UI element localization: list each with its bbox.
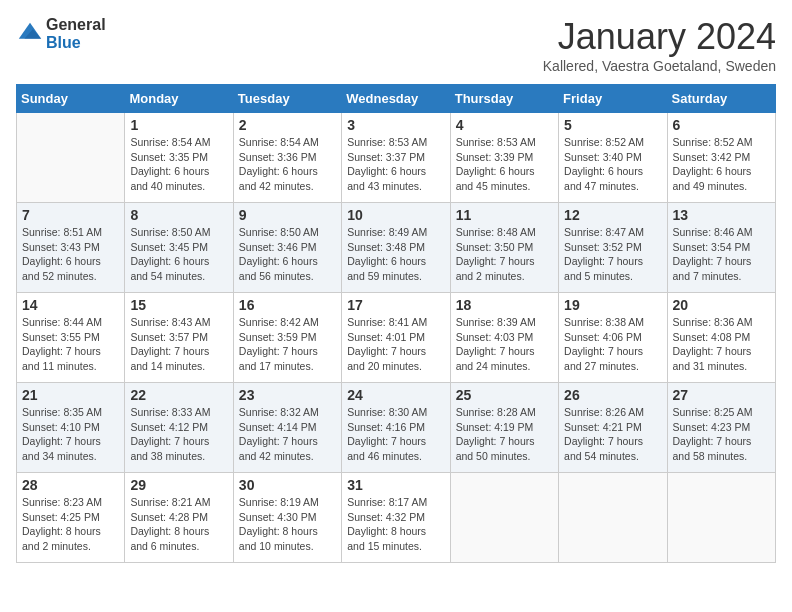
calendar-cell: 31Sunrise: 8:17 AM Sunset: 4:32 PM Dayli…	[342, 473, 450, 563]
calendar-cell: 28Sunrise: 8:23 AM Sunset: 4:25 PM Dayli…	[17, 473, 125, 563]
column-header-friday: Friday	[559, 85, 667, 113]
day-info: Sunrise: 8:33 AM Sunset: 4:12 PM Dayligh…	[130, 405, 227, 464]
day-info: Sunrise: 8:47 AM Sunset: 3:52 PM Dayligh…	[564, 225, 661, 284]
day-info: Sunrise: 8:23 AM Sunset: 4:25 PM Dayligh…	[22, 495, 119, 554]
day-info: Sunrise: 8:50 AM Sunset: 3:46 PM Dayligh…	[239, 225, 336, 284]
calendar-cell: 15Sunrise: 8:43 AM Sunset: 3:57 PM Dayli…	[125, 293, 233, 383]
column-header-saturday: Saturday	[667, 85, 775, 113]
calendar-cell: 14Sunrise: 8:44 AM Sunset: 3:55 PM Dayli…	[17, 293, 125, 383]
day-info: Sunrise: 8:54 AM Sunset: 3:35 PM Dayligh…	[130, 135, 227, 194]
day-info: Sunrise: 8:42 AM Sunset: 3:59 PM Dayligh…	[239, 315, 336, 374]
calendar-cell: 21Sunrise: 8:35 AM Sunset: 4:10 PM Dayli…	[17, 383, 125, 473]
day-info: Sunrise: 8:35 AM Sunset: 4:10 PM Dayligh…	[22, 405, 119, 464]
week-row-1: 1Sunrise: 8:54 AM Sunset: 3:35 PM Daylig…	[17, 113, 776, 203]
day-number: 2	[239, 117, 336, 133]
day-info: Sunrise: 8:39 AM Sunset: 4:03 PM Dayligh…	[456, 315, 553, 374]
day-number: 23	[239, 387, 336, 403]
calendar-cell: 16Sunrise: 8:42 AM Sunset: 3:59 PM Dayli…	[233, 293, 341, 383]
calendar-cell: 1Sunrise: 8:54 AM Sunset: 3:35 PM Daylig…	[125, 113, 233, 203]
calendar-cell: 24Sunrise: 8:30 AM Sunset: 4:16 PM Dayli…	[342, 383, 450, 473]
calendar-cell: 12Sunrise: 8:47 AM Sunset: 3:52 PM Dayli…	[559, 203, 667, 293]
day-info: Sunrise: 8:17 AM Sunset: 4:32 PM Dayligh…	[347, 495, 444, 554]
day-number: 22	[130, 387, 227, 403]
day-info: Sunrise: 8:36 AM Sunset: 4:08 PM Dayligh…	[673, 315, 770, 374]
calendar-cell: 5Sunrise: 8:52 AM Sunset: 3:40 PM Daylig…	[559, 113, 667, 203]
column-header-wednesday: Wednesday	[342, 85, 450, 113]
calendar-cell: 27Sunrise: 8:25 AM Sunset: 4:23 PM Dayli…	[667, 383, 775, 473]
week-row-5: 28Sunrise: 8:23 AM Sunset: 4:25 PM Dayli…	[17, 473, 776, 563]
day-number: 4	[456, 117, 553, 133]
day-info: Sunrise: 8:50 AM Sunset: 3:45 PM Dayligh…	[130, 225, 227, 284]
calendar-cell: 18Sunrise: 8:39 AM Sunset: 4:03 PM Dayli…	[450, 293, 558, 383]
calendar-cell	[667, 473, 775, 563]
logo-general-text: General	[46, 16, 106, 34]
logo-icon	[16, 20, 44, 48]
day-number: 14	[22, 297, 119, 313]
day-number: 19	[564, 297, 661, 313]
day-number: 29	[130, 477, 227, 493]
calendar-cell: 22Sunrise: 8:33 AM Sunset: 4:12 PM Dayli…	[125, 383, 233, 473]
day-info: Sunrise: 8:21 AM Sunset: 4:28 PM Dayligh…	[130, 495, 227, 554]
calendar-cell	[450, 473, 558, 563]
calendar-cell: 8Sunrise: 8:50 AM Sunset: 3:45 PM Daylig…	[125, 203, 233, 293]
day-info: Sunrise: 8:46 AM Sunset: 3:54 PM Dayligh…	[673, 225, 770, 284]
day-info: Sunrise: 8:49 AM Sunset: 3:48 PM Dayligh…	[347, 225, 444, 284]
day-info: Sunrise: 8:48 AM Sunset: 3:50 PM Dayligh…	[456, 225, 553, 284]
day-info: Sunrise: 8:41 AM Sunset: 4:01 PM Dayligh…	[347, 315, 444, 374]
calendar-cell: 17Sunrise: 8:41 AM Sunset: 4:01 PM Dayli…	[342, 293, 450, 383]
calendar-cell: 20Sunrise: 8:36 AM Sunset: 4:08 PM Dayli…	[667, 293, 775, 383]
title-block: January 2024 Kallered, Vaestra Goetaland…	[543, 16, 776, 74]
day-info: Sunrise: 8:25 AM Sunset: 4:23 PM Dayligh…	[673, 405, 770, 464]
day-info: Sunrise: 8:52 AM Sunset: 3:42 PM Dayligh…	[673, 135, 770, 194]
week-row-2: 7Sunrise: 8:51 AM Sunset: 3:43 PM Daylig…	[17, 203, 776, 293]
day-number: 11	[456, 207, 553, 223]
day-number: 12	[564, 207, 661, 223]
column-header-monday: Monday	[125, 85, 233, 113]
calendar-cell: 19Sunrise: 8:38 AM Sunset: 4:06 PM Dayli…	[559, 293, 667, 383]
day-number: 28	[22, 477, 119, 493]
calendar-cell: 30Sunrise: 8:19 AM Sunset: 4:30 PM Dayli…	[233, 473, 341, 563]
day-number: 16	[239, 297, 336, 313]
day-info: Sunrise: 8:54 AM Sunset: 3:36 PM Dayligh…	[239, 135, 336, 194]
week-row-4: 21Sunrise: 8:35 AM Sunset: 4:10 PM Dayli…	[17, 383, 776, 473]
logo-blue-text: Blue	[46, 34, 106, 52]
logo: General Blue	[16, 16, 106, 51]
day-number: 1	[130, 117, 227, 133]
calendar-cell: 2Sunrise: 8:54 AM Sunset: 3:36 PM Daylig…	[233, 113, 341, 203]
calendar-table: SundayMondayTuesdayWednesdayThursdayFrid…	[16, 84, 776, 563]
calendar-cell: 26Sunrise: 8:26 AM Sunset: 4:21 PM Dayli…	[559, 383, 667, 473]
day-number: 30	[239, 477, 336, 493]
column-header-tuesday: Tuesday	[233, 85, 341, 113]
calendar-header-row: SundayMondayTuesdayWednesdayThursdayFrid…	[17, 85, 776, 113]
calendar-cell: 29Sunrise: 8:21 AM Sunset: 4:28 PM Dayli…	[125, 473, 233, 563]
page-header: General Blue January 2024 Kallered, Vaes…	[16, 16, 776, 74]
calendar-cell: 23Sunrise: 8:32 AM Sunset: 4:14 PM Dayli…	[233, 383, 341, 473]
day-number: 10	[347, 207, 444, 223]
day-info: Sunrise: 8:43 AM Sunset: 3:57 PM Dayligh…	[130, 315, 227, 374]
day-info: Sunrise: 8:26 AM Sunset: 4:21 PM Dayligh…	[564, 405, 661, 464]
day-number: 31	[347, 477, 444, 493]
calendar-cell: 4Sunrise: 8:53 AM Sunset: 3:39 PM Daylig…	[450, 113, 558, 203]
day-number: 6	[673, 117, 770, 133]
calendar-cell: 11Sunrise: 8:48 AM Sunset: 3:50 PM Dayli…	[450, 203, 558, 293]
day-info: Sunrise: 8:53 AM Sunset: 3:37 PM Dayligh…	[347, 135, 444, 194]
day-info: Sunrise: 8:30 AM Sunset: 4:16 PM Dayligh…	[347, 405, 444, 464]
day-info: Sunrise: 8:32 AM Sunset: 4:14 PM Dayligh…	[239, 405, 336, 464]
calendar-cell: 10Sunrise: 8:49 AM Sunset: 3:48 PM Dayli…	[342, 203, 450, 293]
day-number: 18	[456, 297, 553, 313]
day-number: 9	[239, 207, 336, 223]
day-number: 7	[22, 207, 119, 223]
day-info: Sunrise: 8:19 AM Sunset: 4:30 PM Dayligh…	[239, 495, 336, 554]
day-number: 27	[673, 387, 770, 403]
day-number: 25	[456, 387, 553, 403]
day-number: 17	[347, 297, 444, 313]
day-info: Sunrise: 8:44 AM Sunset: 3:55 PM Dayligh…	[22, 315, 119, 374]
day-number: 26	[564, 387, 661, 403]
day-number: 3	[347, 117, 444, 133]
calendar-cell	[17, 113, 125, 203]
calendar-cell: 13Sunrise: 8:46 AM Sunset: 3:54 PM Dayli…	[667, 203, 775, 293]
calendar-cell	[559, 473, 667, 563]
week-row-3: 14Sunrise: 8:44 AM Sunset: 3:55 PM Dayli…	[17, 293, 776, 383]
column-header-thursday: Thursday	[450, 85, 558, 113]
calendar-cell: 7Sunrise: 8:51 AM Sunset: 3:43 PM Daylig…	[17, 203, 125, 293]
